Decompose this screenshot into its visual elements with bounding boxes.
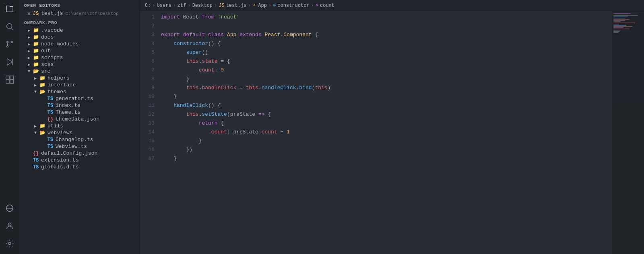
svg-point-1 bbox=[7, 46, 8, 47]
folder-scss[interactable]: ▶ 📁 scss bbox=[19, 61, 140, 68]
collapsed-arrow-icon: ▶ bbox=[32, 83, 39, 88]
file-index-ts[interactable]: ▶ TS index.ts bbox=[19, 102, 140, 109]
breadcrumb-part[interactable]: App bbox=[258, 3, 267, 8]
account-icon[interactable] bbox=[4, 220, 15, 231]
open-editors-title: OPEN EDITORS bbox=[19, 0, 140, 10]
code-line: return { bbox=[161, 119, 612, 128]
breadcrumb-part[interactable]: test.js bbox=[226, 3, 246, 8]
open-editor-filename: test.js bbox=[41, 10, 63, 16]
breadcrumb: C: › Users › ztf › Desktop › JS test.js … bbox=[140, 0, 644, 11]
file-label: generator.ts bbox=[56, 96, 93, 102]
folder-label: utils bbox=[47, 123, 63, 129]
file-label: globals.d.ts bbox=[41, 164, 79, 170]
code-line: super() bbox=[161, 48, 612, 57]
sidebar: OPEN EDITORS ✕ JS test.js C:\Users\ztf\D… bbox=[19, 0, 140, 254]
folder-vscode[interactable]: ▶ 📁 .vscode bbox=[19, 27, 140, 34]
collapsed-arrow-icon: ▶ bbox=[32, 76, 39, 81]
folder-label: scripts bbox=[41, 55, 63, 61]
folder-label: interface bbox=[47, 82, 76, 88]
folder-icon: 📁 bbox=[32, 34, 39, 40]
breadcrumb-part[interactable]: count bbox=[320, 3, 334, 8]
folder-scripts[interactable]: ▶ 📁 scripts bbox=[19, 54, 140, 61]
settings-icon[interactable] bbox=[4, 238, 15, 249]
breadcrumb-part[interactable]: Users bbox=[157, 3, 171, 8]
folder-out[interactable]: ▶ 📁 out bbox=[19, 47, 140, 54]
file-webview-ts[interactable]: ▶ TS Webview.ts bbox=[19, 143, 140, 150]
open-editor-path: C:\Users\ztf\Desktop bbox=[66, 11, 119, 16]
ts-file-icon: TS bbox=[32, 164, 39, 170]
file-defaultconfig-json[interactable]: ▶ {} defaultConfig.json bbox=[19, 150, 140, 157]
code-line: } bbox=[161, 154, 612, 163]
collapsed-arrow-icon: ▶ bbox=[26, 35, 32, 40]
folder-label: .vscode bbox=[41, 27, 63, 33]
file-globals-dts[interactable]: ▶ TS globals.d.ts bbox=[19, 164, 140, 170]
code-line: handleClick() { bbox=[161, 101, 612, 110]
extensions-icon[interactable] bbox=[4, 74, 15, 85]
collapsed-arrow-icon: ▶ bbox=[26, 55, 32, 60]
folder-icon: 📂 bbox=[32, 68, 39, 74]
folder-themes[interactable]: ▼ 📂 themes bbox=[19, 88, 140, 95]
folder-label: out bbox=[41, 48, 50, 54]
folder-icon: 📁 bbox=[39, 82, 46, 88]
breadcrumb-prop-icon: ⋄ bbox=[316, 2, 318, 8]
expanded-arrow-icon: ▼ bbox=[32, 131, 39, 135]
svg-rect-6 bbox=[6, 80, 9, 83]
svg-rect-7 bbox=[10, 80, 13, 83]
ts-file-icon: TS bbox=[47, 96, 54, 102]
explorer-icon[interactable] bbox=[4, 3, 15, 14]
open-editor-item[interactable]: ✕ JS test.js C:\Users\ztf\Desktop bbox=[19, 10, 140, 17]
folder-icon: 📁 bbox=[39, 123, 46, 129]
collapsed-arrow-icon: ▶ bbox=[26, 28, 32, 33]
json-file-icon: {} bbox=[32, 151, 39, 156]
folder-helpers[interactable]: ▶ 📁 helpers bbox=[19, 75, 140, 82]
ts-file-icon: TS bbox=[47, 103, 54, 109]
file-extension-ts[interactable]: ▶ TS extension.ts bbox=[19, 157, 140, 164]
file-changelog-ts[interactable]: ▶ TS Changelog.ts bbox=[19, 136, 140, 143]
breadcrumb-part[interactable]: Desktop bbox=[192, 3, 213, 8]
code-line: count: 0 bbox=[161, 66, 612, 75]
folder-node-modules[interactable]: ▶ 📁 node_modules bbox=[19, 41, 140, 47]
folder-webviews[interactable]: ▼ 📂 webviews bbox=[19, 129, 140, 136]
code-line: } bbox=[161, 92, 612, 101]
minimap bbox=[612, 11, 644, 254]
folder-interface[interactable]: ▶ 📁 interface bbox=[19, 82, 140, 88]
folder-utils[interactable]: ▶ 📁 utils bbox=[19, 123, 140, 129]
file-label: Webview.ts bbox=[56, 143, 87, 150]
code-editor[interactable]: 12345 678910 1112131415 1617 import Reac… bbox=[140, 11, 612, 254]
folder-icon: 📁 bbox=[32, 27, 39, 33]
source-control-icon[interactable] bbox=[4, 39, 15, 50]
breadcrumb-js-icon: JS bbox=[219, 3, 224, 8]
folder-icon: 📂 bbox=[39, 89, 46, 95]
code-line: import React from 'react' bbox=[161, 13, 612, 22]
code-line: this.setState(preState => { bbox=[161, 110, 612, 119]
svg-rect-4 bbox=[6, 76, 9, 79]
search-icon[interactable] bbox=[4, 21, 15, 32]
folder-icon: 📂 bbox=[39, 130, 46, 136]
breadcrumb-sep: › bbox=[268, 3, 271, 8]
file-generator-ts[interactable]: ▶ TS generator.ts bbox=[19, 95, 140, 102]
folder-icon: 📁 bbox=[39, 75, 46, 81]
breadcrumb-sep: › bbox=[248, 3, 251, 8]
file-label: extension.ts bbox=[41, 157, 79, 163]
folder-src[interactable]: ▼ 📂 src bbox=[19, 68, 140, 75]
breadcrumb-part[interactable]: ztf bbox=[178, 3, 186, 8]
js-file-icon: JS bbox=[32, 11, 39, 16]
breadcrumb-part[interactable]: C: bbox=[145, 3, 151, 8]
ts-file-icon: TS bbox=[47, 110, 54, 115]
file-label: index.ts bbox=[56, 102, 80, 109]
expanded-arrow-icon: ▼ bbox=[32, 90, 39, 94]
remote-icon[interactable] bbox=[4, 203, 15, 214]
code-line: count: preState.count + 1 bbox=[161, 128, 612, 137]
code-line: } bbox=[161, 75, 612, 84]
folder-docs[interactable]: ▶ 📁 docs bbox=[19, 34, 140, 41]
collapsed-arrow-icon: ▶ bbox=[26, 62, 32, 67]
code-line bbox=[161, 22, 612, 31]
breadcrumb-sep: › bbox=[173, 3, 176, 8]
file-theme-ts[interactable]: ▶ TS Theme.ts bbox=[19, 109, 140, 116]
run-icon[interactable] bbox=[4, 56, 15, 68]
breadcrumb-part[interactable]: constructor bbox=[277, 3, 309, 8]
file-themedata-json[interactable]: ▶ {} themeData.json bbox=[19, 116, 140, 123]
folder-icon: 📁 bbox=[32, 55, 39, 61]
close-icon[interactable]: ✕ bbox=[26, 10, 32, 17]
breadcrumb-class-icon: ⚬ bbox=[252, 2, 256, 8]
